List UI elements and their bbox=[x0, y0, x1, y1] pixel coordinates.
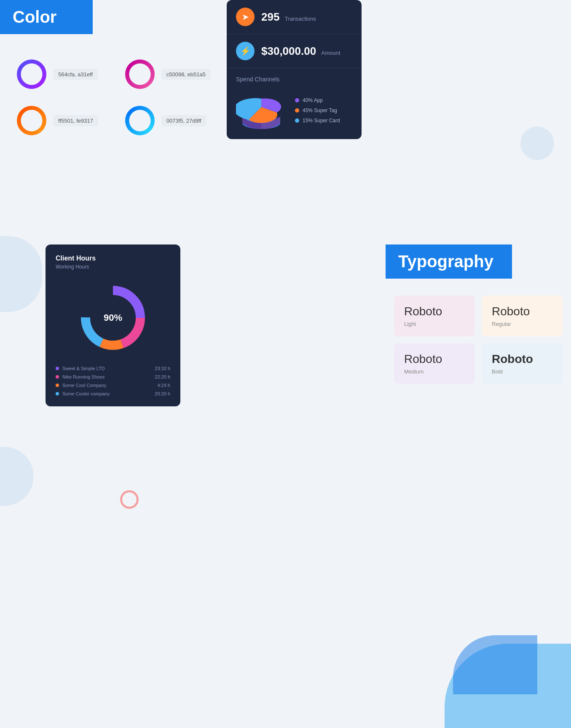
swatch-ring bbox=[125, 59, 155, 89]
amount-row: ⚡ $30,000.00 Amount bbox=[227, 34, 362, 68]
legend-dot bbox=[295, 108, 299, 113]
legend-label: 45% Super Tag bbox=[303, 107, 337, 113]
legend-dot bbox=[295, 118, 299, 123]
swatch-item: 564cfa, a31eff bbox=[17, 59, 100, 89]
client-time: 22:20 h bbox=[155, 374, 170, 379]
font-card: Roboto Light bbox=[394, 295, 475, 336]
client-time: 23:32 h bbox=[155, 366, 170, 371]
donut-percent: 90% bbox=[104, 312, 122, 323]
font-card: Roboto Bold bbox=[482, 343, 563, 384]
dashboard-card: ➤ 295 Transactions ⚡ $30,000.00 Amount S… bbox=[227, 0, 362, 139]
color-title: Color bbox=[13, 8, 80, 27]
spend-content: 40% App 45% Super Tag 15% Super Card bbox=[236, 89, 352, 132]
amount-value: $30,000.00 bbox=[261, 45, 316, 57]
swatch-label: 0073f5, 27d9ff bbox=[161, 115, 206, 126]
client-name: Some Cool Company bbox=[56, 383, 107, 388]
font-grid: Roboto Light Roboto Regular Roboto Mediu… bbox=[386, 295, 571, 384]
font-card: Roboto Medium bbox=[394, 343, 475, 384]
legend-item: 15% Super Card bbox=[295, 118, 340, 124]
font-weight-label: Light bbox=[404, 321, 465, 327]
client-dot bbox=[56, 367, 59, 370]
swatch-label: 564cfa, a31eff bbox=[53, 69, 98, 80]
client-time: 4:24 h bbox=[157, 383, 170, 388]
client-time: 20:20 h bbox=[155, 391, 170, 396]
decorative-blob-1 bbox=[520, 126, 554, 160]
donut-chart-container: 90% bbox=[75, 280, 151, 356]
decorative-ring bbox=[120, 490, 139, 509]
client-dot bbox=[56, 375, 59, 379]
swatch-item: c50098, eb51a5 bbox=[125, 59, 211, 89]
swatch-ring bbox=[17, 59, 46, 89]
client-name: Sweet & Simple LTD bbox=[56, 366, 105, 371]
client-row: Some Cooler company 20:20 h bbox=[56, 391, 170, 396]
spend-channels: Spend Channels bbox=[227, 68, 362, 139]
legend-item: 40% App bbox=[295, 97, 340, 103]
client-name: Nike Running Shoes bbox=[56, 374, 105, 379]
font-weight-label: Bold bbox=[492, 368, 552, 375]
decorative-blob-3 bbox=[0, 447, 34, 506]
swatch-item: 0073f5, 27d9ff bbox=[125, 106, 211, 135]
font-name: Roboto bbox=[492, 352, 552, 366]
client-row: Nike Running Shoes 22:20 h bbox=[56, 374, 170, 379]
spend-title: Spend Channels bbox=[236, 76, 352, 83]
font-name: Roboto bbox=[404, 352, 465, 366]
legend: 40% App 45% Super Tag 15% Super Card bbox=[295, 97, 340, 124]
color-header: Color bbox=[0, 0, 93, 34]
typography-header: Typography bbox=[386, 244, 512, 279]
pie-chart bbox=[236, 89, 287, 132]
legend-item: 45% Super Tag bbox=[295, 107, 340, 113]
transactions-icon: ➤ bbox=[236, 8, 255, 26]
client-hours-subtitle: Working Hours bbox=[56, 264, 170, 270]
amount-value-container: $30,000.00 Amount bbox=[261, 45, 340, 58]
legend-label: 40% App bbox=[303, 97, 323, 103]
client-name: Some Cooler company bbox=[56, 391, 110, 396]
typography-title: Typography bbox=[398, 252, 499, 271]
client-row: Some Cool Company 4:24 h bbox=[56, 383, 170, 388]
client-dot bbox=[56, 384, 59, 387]
font-name: Roboto bbox=[492, 305, 552, 318]
color-section: Color 564cfa, a31eff c50098, eb51a5 ff55… bbox=[0, 0, 228, 135]
client-hours-card: Client Hours Working Hours 90% Sweet & S… bbox=[46, 244, 180, 406]
swatch-label: c50098, eb51a5 bbox=[161, 69, 211, 80]
legend-dot bbox=[295, 98, 299, 102]
client-hours-title: Client Hours bbox=[56, 255, 170, 262]
font-card: Roboto Regular bbox=[482, 295, 563, 336]
swatch-ring bbox=[125, 106, 155, 135]
transactions-label: Transactions bbox=[285, 16, 316, 22]
swatch-item: ff5501, fe9317 bbox=[17, 106, 100, 135]
legend-label: 15% Super Card bbox=[303, 118, 340, 124]
typography-section: Typography Roboto Light Roboto Regular R… bbox=[386, 244, 571, 384]
swatch-label: ff5501, fe9317 bbox=[53, 115, 98, 126]
font-weight-label: Regular bbox=[492, 321, 552, 327]
client-dot bbox=[56, 392, 59, 395]
amount-label: Amount bbox=[322, 50, 340, 56]
decorative-blob-2 bbox=[0, 236, 42, 312]
client-row: Sweet & Simple LTD 23:32 h bbox=[56, 366, 170, 371]
amount-icon: ⚡ bbox=[236, 42, 255, 60]
transactions-row: ➤ 295 Transactions bbox=[227, 0, 362, 34]
color-swatches-grid: 564cfa, a31eff c50098, eb51a5 ff5501, fe… bbox=[0, 59, 228, 135]
transactions-value-container: 295 Transactions bbox=[261, 11, 316, 24]
client-list: Sweet & Simple LTD 23:32 h Nike Running … bbox=[56, 366, 170, 396]
swatch-ring bbox=[17, 106, 46, 135]
decorative-blob-5 bbox=[453, 635, 537, 694]
font-weight-label: Medium bbox=[404, 368, 465, 375]
transactions-value: 295 bbox=[261, 11, 279, 23]
font-name: Roboto bbox=[404, 305, 465, 318]
